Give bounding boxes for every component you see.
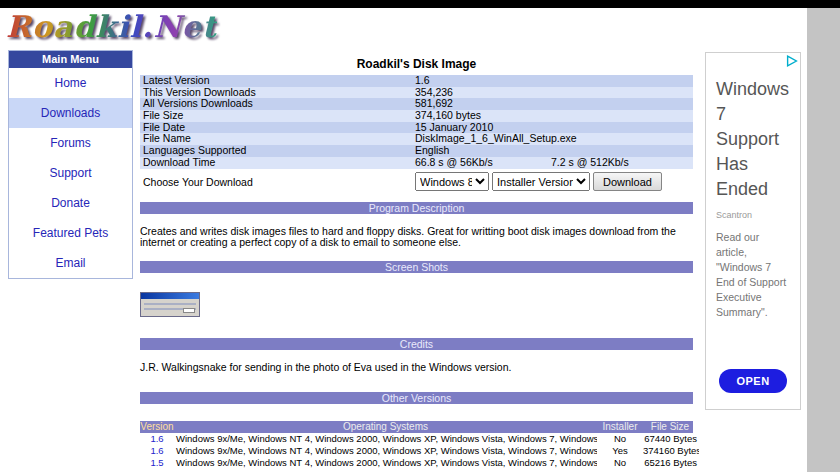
- version-link[interactable]: 1.6: [140, 445, 174, 457]
- download-controls: Windows 8 Installer Version Download: [415, 172, 662, 191]
- main-menu-header: Main Menu: [9, 51, 132, 68]
- screenshot-thumb-detail: [183, 308, 195, 313]
- other-versions-table: Version Operating Systems Installer File…: [140, 421, 693, 469]
- choose-download-row: Choose Your Download Windows 8 Installer…: [140, 169, 693, 195]
- section-header-other-versions: Other Versions: [140, 392, 693, 404]
- info-row-latest-version: Latest Version 1.6: [140, 75, 693, 87]
- installer-cell: No: [597, 433, 643, 445]
- info-row-file-size: File Size 374,160 bytes: [140, 110, 693, 122]
- info-label: Download Time: [140, 157, 415, 169]
- page-title: Roadkil's Disk Image: [136, 50, 697, 70]
- download-button[interactable]: Download: [593, 172, 662, 191]
- table-row: 1.5 Windows 9x/Me, Windows NT 4, Windows…: [140, 457, 693, 469]
- sidebar-item-donate[interactable]: Donate: [9, 188, 132, 218]
- sidebar-item-support[interactable]: Support: [9, 158, 132, 188]
- version-link[interactable]: 1.5: [140, 457, 174, 469]
- ad-open-button[interactable]: OPEN: [719, 369, 787, 393]
- header-installer: Installer: [597, 421, 643, 433]
- section-header-screen-shots: Screen Shots: [140, 261, 693, 273]
- choose-download-label: Choose Your Download: [140, 176, 415, 188]
- screenshot-thumb-titlebar: [141, 293, 199, 299]
- table-row: 1.6 Windows 9x/Me, Windows NT 4, Windows…: [140, 433, 693, 445]
- download-time-56k: 66.8 s @ 56Kb/s: [415, 157, 551, 169]
- info-value: 66.8 s @ 56Kb/s7.2 s @ 512Kb/s: [415, 157, 629, 169]
- info-label: File Size: [140, 110, 415, 122]
- section-header-program-description: Program Description: [140, 202, 693, 214]
- header-version: Version: [140, 421, 174, 433]
- main-menu: Main Menu Home Downloads Forums Support …: [8, 50, 133, 279]
- header-operating-systems: Operating Systems: [174, 421, 597, 433]
- page: Roadkil.Net Main Menu Home Downloads For…: [0, 0, 807, 472]
- os-cell: Windows 9x/Me, Windows NT 4, Windows 200…: [174, 457, 597, 469]
- file-info-table: Latest Version 1.6 This Version Download…: [140, 75, 693, 169]
- os-select[interactable]: Windows 8: [415, 172, 489, 191]
- filesize-cell: 374160 Bytes: [643, 445, 699, 457]
- filesize-cell: 65216 Bytes: [643, 457, 699, 469]
- header-file-size: File Size: [643, 421, 699, 433]
- os-cell: Windows 9x/Me, Windows NT 4, Windows 200…: [174, 433, 597, 445]
- top-bar: [0, 0, 840, 8]
- sidebar-item-featured-pets[interactable]: Featured Pets: [9, 218, 132, 248]
- program-description-text: Creates and writes disk images files to …: [140, 226, 693, 249]
- version-link[interactable]: 1.6: [140, 433, 174, 445]
- screenshot-thumb-detail: [144, 303, 196, 305]
- sidebar-item-home[interactable]: Home: [9, 68, 132, 98]
- ad-advertiser: Scantron: [716, 210, 791, 220]
- adchoices-icon[interactable]: [785, 54, 799, 68]
- credits-text: J.R. Walkingsnake for sending in the pho…: [140, 362, 693, 373]
- section-header-credits: Credits: [140, 338, 693, 350]
- info-value: 374,160 bytes: [415, 110, 481, 122]
- filesize-cell: 67440 Bytes: [643, 433, 699, 445]
- sidebar-item-email[interactable]: Email: [9, 248, 132, 278]
- download-time-512k: 7.2 s @ 512Kb/s: [551, 156, 629, 168]
- table-row: 1.6 Windows 9x/Me, Windows NT 4, Windows…: [140, 445, 693, 457]
- os-cell: Windows 9x/Me, Windows NT 4, Windows 200…: [174, 445, 597, 457]
- site-logo-text: Roadkil.Net: [6, 9, 217, 44]
- sidebar-advertisement: Windows 7 Support Has Ended Scantron Rea…: [705, 52, 801, 410]
- installer-cell: No: [597, 457, 643, 469]
- site-logo[interactable]: Roadkil.Net: [6, 9, 217, 44]
- sidebar-item-forums[interactable]: Forums: [9, 128, 132, 158]
- info-value: 1.6: [415, 75, 430, 87]
- main-content: Roadkil's Disk Image Latest Version 1.6 …: [136, 50, 697, 469]
- table-header-row: Version Operating Systems Installer File…: [140, 421, 693, 433]
- sidebar-item-downloads[interactable]: Downloads: [9, 98, 132, 128]
- ad-body-text: Read our article, "Windows 7 End of Supp…: [716, 230, 791, 320]
- screenshot-thumbnail[interactable]: [140, 292, 200, 317]
- ad-headline: Windows 7 Support Has Ended: [716, 77, 791, 202]
- installer-version-select[interactable]: Installer Version: [492, 172, 590, 191]
- installer-cell: Yes: [597, 445, 643, 457]
- info-row-download-time: Download Time 66.8 s @ 56Kb/s7.2 s @ 512…: [140, 157, 693, 169]
- info-label: Latest Version: [140, 75, 415, 87]
